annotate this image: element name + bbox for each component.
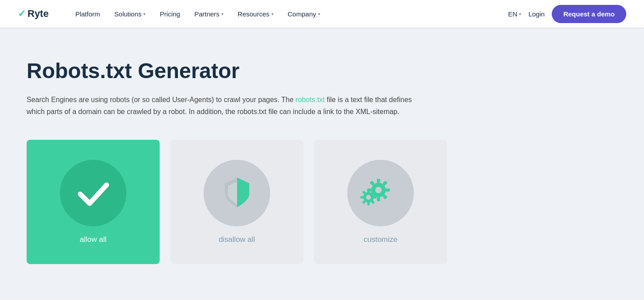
svg-rect-12 <box>367 189 369 193</box>
svg-rect-13 <box>367 202 369 205</box>
nav-item-solutions[interactable]: Solutions ▾ <box>109 7 151 21</box>
chevron-down-icon: ▾ <box>318 12 320 16</box>
chevron-down-icon: ▾ <box>143 12 145 16</box>
allow-all-icon-circle <box>60 160 126 226</box>
customize-label: customize <box>364 235 398 244</box>
svg-rect-4 <box>386 189 390 192</box>
disallow-all-label: disallow all <box>219 235 255 244</box>
checkmark-icon <box>75 174 112 212</box>
card-allow-all[interactable]: allow all <box>27 140 160 264</box>
logo-wordmark: Ryte <box>27 8 49 20</box>
nav-item-partners[interactable]: Partners ▾ <box>189 7 229 21</box>
card-customize[interactable]: customize <box>314 140 447 264</box>
logo[interactable]: ✓ Ryte <box>18 8 49 20</box>
nav-item-pricing[interactable]: Pricing <box>154 7 185 21</box>
chevron-down-icon: ▾ <box>271 12 274 16</box>
main-content: Robots.txt Generator Search Engines are … <box>0 28 532 291</box>
option-cards: allow all disallow all <box>27 140 506 264</box>
svg-point-11 <box>366 195 371 200</box>
nav-item-company[interactable]: Company ▾ <box>283 7 326 21</box>
nav-right: EN ▾ Login Request a demo <box>508 5 626 23</box>
svg-point-1 <box>375 187 382 193</box>
login-link[interactable]: Login <box>528 10 545 18</box>
desc-before-link: Search Engines are using robots (or so c… <box>27 96 295 103</box>
logo-checkmark: ✓ <box>18 8 26 20</box>
customize-icon-circle <box>347 160 414 226</box>
nav-item-platform[interactable]: Platform <box>70 7 106 21</box>
svg-rect-15 <box>361 196 364 198</box>
chevron-down-icon: ▾ <box>519 12 521 16</box>
shield-icon <box>220 175 254 211</box>
robots-txt-link[interactable]: robots.txt <box>295 96 325 103</box>
navbar: ✓ Ryte Platform Solutions ▾ Pricing Part… <box>0 0 644 28</box>
svg-rect-2 <box>377 179 380 183</box>
chevron-down-icon: ▾ <box>221 12 224 16</box>
language-selector[interactable]: EN ▾ <box>508 10 522 18</box>
disallow-all-icon-circle <box>204 160 270 226</box>
page-title: Robots.txt Generator <box>27 59 506 83</box>
request-demo-button[interactable]: Request a demo <box>552 5 626 23</box>
card-disallow-all[interactable]: disallow all <box>170 140 303 264</box>
nav-links: Platform Solutions ▾ Pricing Partners ▾ … <box>70 7 508 21</box>
nav-item-resources[interactable]: Resources ▾ <box>232 7 279 21</box>
page-description: Search Engines are using robots (or so c… <box>27 94 426 118</box>
gears-icon <box>358 173 403 213</box>
svg-rect-14 <box>373 196 377 198</box>
allow-all-label: allow all <box>80 235 106 244</box>
svg-rect-3 <box>377 197 380 201</box>
